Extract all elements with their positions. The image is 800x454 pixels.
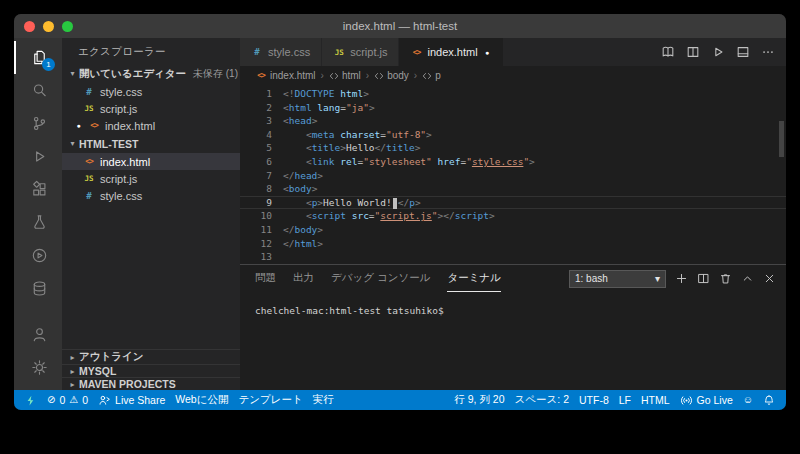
breadcrumb-body[interactable]: body [374, 70, 409, 81]
panel-tab-debug-console[interactable]: デバッグ コンソール [331, 265, 430, 292]
code-line[interactable]: 2<html lang="ja"> [240, 101, 786, 115]
code-line[interactable]: 3<head> [240, 114, 786, 128]
line-content [272, 250, 283, 264]
titlebar[interactable]: index.html — html-test [14, 14, 786, 38]
code-line[interactable]: 8<body> [240, 182, 786, 196]
line-content: <link rel="stylesheet" href="style.css"> [272, 155, 535, 169]
run-task-button[interactable]: 実行 [308, 390, 339, 410]
open-editor-index-html[interactable]: ● <> index.html [62, 117, 240, 134]
toggle-panel-button[interactable] [736, 45, 750, 59]
shell-select-value: 1: bash [575, 273, 608, 284]
problems-status[interactable]: ⊘ 0 ⚠︎ 0 [42, 390, 93, 410]
remote-indicator[interactable] [20, 390, 42, 410]
template-button[interactable]: テンプレート [233, 390, 307, 410]
line-number: 1 [240, 87, 272, 101]
publish-web-label: Webに公開 [175, 393, 228, 407]
code-token: Hello [346, 142, 375, 153]
code-line[interactable]: 11</body> [240, 223, 786, 237]
activity-bar-testing[interactable] [14, 206, 62, 239]
tree-item-style-css[interactable]: # style.css [62, 187, 240, 204]
notifications-button[interactable] [758, 390, 780, 410]
code-line[interactable]: 6 <link rel="stylesheet" href="style.css… [240, 155, 786, 169]
open-editor-style-css[interactable]: # style.css [62, 83, 240, 100]
panel-tab-terminal[interactable]: ターミナル [447, 265, 500, 292]
live-share-icon [98, 394, 111, 407]
live-share-status[interactable]: Live Share [93, 390, 170, 410]
code-line[interactable]: 4 <meta charset="utf-8"> [240, 128, 786, 142]
run-file-button[interactable] [711, 45, 725, 59]
close-panel-button[interactable] [763, 272, 776, 285]
section-mysql[interactable]: ▸ MYSQL [62, 364, 240, 377]
chevron-right-icon: ▸ [66, 380, 79, 389]
zoom-window-button[interactable] [62, 21, 73, 32]
terminal-output[interactable]: chelchel-mac:html-test tatsuhiko$ [240, 292, 786, 390]
code-line[interactable]: 9 <p>Hello World!</p> [240, 196, 786, 210]
activity-bar-source-control[interactable] [14, 107, 62, 140]
code-line[interactable]: 7</head> [240, 169, 786, 183]
activity-bar-explorer[interactable]: 1 [14, 41, 62, 74]
activity-bar-database[interactable] [14, 272, 62, 305]
split-terminal-icon [697, 272, 710, 285]
workspace-folder-header[interactable]: ▾ HTML-TEST [62, 134, 240, 153]
minimize-window-button[interactable] [43, 21, 54, 32]
code-token: </ [283, 238, 294, 249]
panel-tab-problems[interactable]: 問題 [255, 265, 276, 292]
feedback-button[interactable]: ☺︎ [738, 390, 758, 410]
cursor-position-status[interactable]: 行 9, 列 20 [449, 390, 509, 410]
activity-bar-settings[interactable] [14, 351, 62, 384]
indentation-status[interactable]: スペース: 2 [510, 390, 574, 410]
tab-script-js[interactable]: JS script.js [322, 38, 399, 66]
editor-group: # style.css JS script.js <> index.html ● [240, 38, 786, 390]
panel-tab-output[interactable]: 出力 [293, 265, 314, 292]
activity-bar-search[interactable] [14, 74, 62, 107]
activity-bar-run-and-debug[interactable] [14, 140, 62, 173]
code-line[interactable]: 10 <script src="script.js"></script> [240, 209, 786, 223]
code-token [283, 142, 306, 153]
maximize-panel-button[interactable] [741, 272, 754, 285]
kill-terminal-button[interactable] [719, 272, 732, 285]
breadcrumb-file[interactable]: <> index.html [255, 70, 316, 81]
more-actions-button[interactable] [761, 45, 775, 59]
code-line[interactable]: 1<!DOCTYPE html> [240, 87, 786, 101]
breadcrumb-html[interactable]: html [329, 70, 361, 81]
encoding-status[interactable]: UTF-8 [574, 390, 614, 410]
eol-status[interactable]: LF [614, 390, 636, 410]
close-window-button[interactable] [24, 21, 35, 32]
eol-label: LF [619, 394, 631, 406]
gear-icon [30, 358, 49, 377]
split-terminal-button[interactable] [697, 272, 710, 285]
live-share-label: Live Share [115, 394, 165, 406]
go-live-button[interactable]: Go Live [675, 390, 738, 410]
new-terminal-button[interactable] [675, 272, 688, 285]
code-line[interactable]: 13 [240, 250, 786, 264]
code-token: link [312, 156, 335, 167]
tree-item-index-html[interactable]: <> index.html [62, 153, 240, 170]
code-token: > [317, 238, 323, 249]
line-content: </html> [272, 237, 323, 251]
section-outline[interactable]: ▸ アウトライン [62, 349, 240, 364]
code-token [283, 129, 306, 140]
open-editors-header[interactable]: ▾ 開いているエディター 未保存 (1) [62, 64, 240, 83]
publish-web-button[interactable]: Webに公開 [170, 390, 233, 410]
tab-index-html[interactable]: <> index.html ● [399, 38, 503, 66]
code-line[interactable]: 12</html> [240, 237, 786, 251]
editor-scrollbar[interactable] [779, 121, 784, 157]
activity-bar-debug-console[interactable] [14, 239, 62, 272]
activity-bar-accounts[interactable] [14, 318, 62, 351]
line-number: 5 [240, 141, 272, 155]
section-maven-projects[interactable]: ▸ MAVEN PROJECTS [62, 377, 240, 390]
open-editor-script-js[interactable]: JS script.js [62, 100, 240, 117]
code-line[interactable]: 5 <title>Hello</title> [240, 141, 786, 155]
code-editor[interactable]: 1<!DOCTYPE html>2<html lang="ja">3<head>… [240, 85, 786, 264]
language-mode-status[interactable]: HTML [636, 390, 675, 410]
breadcrumb-p[interactable]: p [422, 70, 441, 81]
line-content: <script src="script.js"></script> [272, 209, 495, 223]
open-preview-button[interactable] [661, 45, 675, 59]
file-label: index.html [100, 156, 150, 168]
sidebar-bottom-sections: ▸ アウトライン ▸ MYSQL ▸ MAVEN PROJECTS [62, 349, 240, 390]
activity-bar-extensions[interactable] [14, 173, 62, 206]
tab-style-css[interactable]: # style.css [240, 38, 322, 66]
split-editor-button[interactable] [686, 45, 700, 59]
terminal-shell-select[interactable]: 1: bash ▾ [569, 270, 666, 288]
tree-item-script-js[interactable]: JS script.js [62, 170, 240, 187]
